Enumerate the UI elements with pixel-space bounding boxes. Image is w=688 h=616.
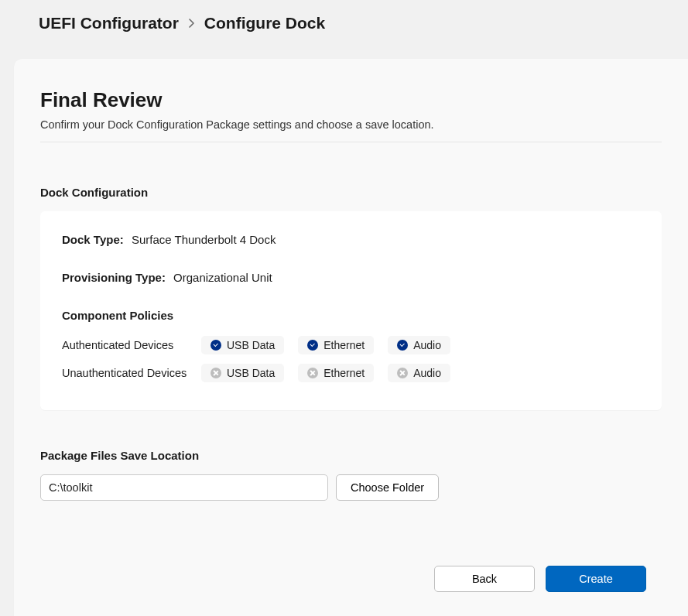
checkmark-icon bbox=[211, 340, 221, 351]
provisioning-type-label: Provisioning Type: bbox=[62, 271, 166, 284]
chip-auth-audio: Audio bbox=[388, 336, 450, 354]
divider bbox=[40, 142, 662, 142]
chip-label: Audio bbox=[413, 367, 441, 379]
table-row: Unauthenticated Devices USB Data Etherne… bbox=[62, 359, 464, 387]
dock-type-label: Dock Type: bbox=[62, 233, 124, 246]
page-title: Final Review bbox=[40, 88, 662, 112]
main-panel: Final Review Confirm your Dock Configura… bbox=[14, 59, 688, 616]
auth-row-label: Authenticated Devices bbox=[62, 331, 201, 359]
dock-type-value: Surface Thunderbolt 4 Dock bbox=[132, 233, 276, 246]
chip-unauth-audio: Audio bbox=[388, 364, 450, 382]
provisioning-type-value: Organizational Unit bbox=[173, 271, 272, 284]
chevron-right-icon bbox=[188, 17, 195, 31]
unauth-row-label: Unauthenticated Devices bbox=[62, 359, 201, 387]
disabled-icon bbox=[211, 368, 221, 378]
chip-auth-usb: USB Data bbox=[201, 336, 284, 354]
breadcrumb-current: Configure Dock bbox=[204, 14, 325, 33]
save-path-input[interactable] bbox=[40, 474, 328, 501]
chip-unauth-ethernet: Ethernet bbox=[298, 364, 374, 382]
checkmark-icon bbox=[397, 340, 408, 351]
table-row: Authenticated Devices USB Data Ethernet bbox=[62, 331, 464, 359]
component-policies-label: Component Policies bbox=[62, 309, 640, 322]
provisioning-type-row: Provisioning Type: Organizational Unit bbox=[62, 271, 640, 284]
section-label-save: Package Files Save Location bbox=[40, 449, 662, 462]
chip-label: USB Data bbox=[227, 339, 275, 351]
footer-buttons: Back Create bbox=[40, 566, 662, 592]
dock-type-row: Dock Type: Surface Thunderbolt 4 Dock bbox=[62, 233, 640, 246]
breadcrumb: UEFI Configurator Configure Dock bbox=[0, 0, 688, 33]
page-subtitle: Confirm your Dock Configuration Package … bbox=[40, 118, 662, 131]
checkmark-icon bbox=[307, 340, 318, 351]
save-row: Choose Folder bbox=[40, 474, 662, 501]
disabled-icon bbox=[397, 368, 408, 378]
chip-label: Audio bbox=[413, 339, 441, 351]
policies-table: Authenticated Devices USB Data Ethernet bbox=[62, 331, 464, 387]
back-button[interactable]: Back bbox=[434, 566, 535, 592]
chip-label: USB Data bbox=[227, 367, 275, 379]
chip-label: Ethernet bbox=[323, 339, 365, 351]
create-button[interactable]: Create bbox=[546, 566, 646, 592]
chip-unauth-usb: USB Data bbox=[201, 364, 284, 382]
chip-auth-ethernet: Ethernet bbox=[298, 336, 374, 354]
breadcrumb-root[interactable]: UEFI Configurator bbox=[39, 14, 179, 33]
disabled-icon bbox=[307, 368, 318, 378]
choose-folder-button[interactable]: Choose Folder bbox=[336, 474, 439, 501]
chip-label: Ethernet bbox=[323, 367, 365, 379]
section-label-config: Dock Configuration bbox=[40, 186, 662, 199]
config-card: Dock Type: Surface Thunderbolt 4 Dock Pr… bbox=[40, 211, 662, 410]
